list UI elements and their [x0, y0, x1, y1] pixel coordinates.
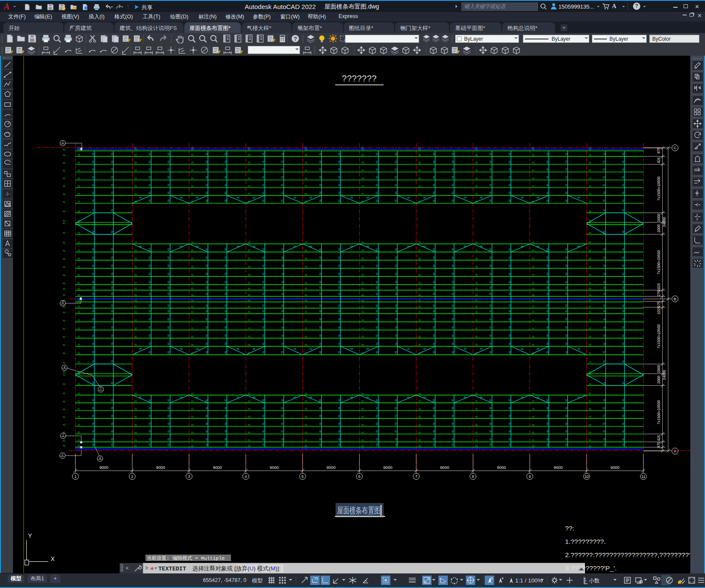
svg-text:A1: A1: [248, 424, 250, 426]
svg-text:A1: A1: [588, 282, 591, 284]
svg-text:A2: A2: [432, 273, 435, 275]
svg-text:M8: M8: [588, 147, 591, 149]
svg-text:A2: A2: [281, 176, 283, 179]
svg-text:A2: A2: [168, 342, 170, 345]
svg-text:A1: A1: [305, 294, 307, 296]
svg-text:A1: A1: [361, 185, 364, 187]
svg-text:A1: A1: [532, 177, 534, 180]
svg-text:A2: A2: [432, 256, 435, 259]
svg-text:A2: A2: [376, 256, 378, 259]
svg-text:A1: A1: [475, 148, 477, 150]
svg-text:A2: A2: [262, 273, 264, 275]
svg-text:A1: A1: [475, 300, 477, 302]
svg-text:A1: A1: [134, 432, 137, 434]
svg-text:A2: A2: [262, 286, 264, 289]
svg-text:A2: A2: [603, 310, 605, 312]
svg-text:A2: A2: [508, 326, 510, 329]
svg-text:A5: A5: [294, 197, 296, 199]
svg-text:A2: A2: [622, 443, 624, 446]
svg-text:A1: A1: [248, 336, 250, 338]
svg-text:A1: A1: [418, 288, 421, 290]
svg-text:1.?????????.: 1.?????????.: [565, 538, 606, 545]
svg-text:A2: A2: [432, 334, 435, 337]
svg-text:A2: A2: [565, 334, 567, 337]
svg-text:A1: A1: [588, 344, 591, 346]
svg-text:A2: A2: [224, 310, 226, 312]
svg-text:9000: 9000: [156, 465, 165, 470]
svg-text:A2: A2: [622, 381, 624, 384]
svg-text:A2: A2: [168, 438, 170, 441]
svg-text:A2: A2: [432, 264, 435, 267]
svg-text:A2: A2: [489, 334, 492, 337]
svg-text:A2: A2: [149, 334, 151, 337]
svg-text:A2: A2: [92, 264, 94, 267]
svg-text:A1: A1: [588, 266, 591, 268]
svg-text:A1: A1: [191, 288, 194, 290]
svg-text:A2: A2: [224, 153, 226, 155]
svg-text:A1: A1: [248, 266, 250, 268]
svg-text:3.????: 3.????: [565, 564, 585, 572]
svg-text:A2: A2: [452, 264, 454, 267]
svg-text:A1: A1: [78, 148, 80, 150]
svg-text:A2: A2: [489, 281, 492, 283]
svg-text:A1: A1: [63, 328, 65, 330]
svg-text:A2: A2: [489, 273, 492, 275]
svg-text:A2: A2: [205, 184, 207, 186]
svg-text:A5: A5: [309, 396, 312, 399]
svg-text:A2: A2: [281, 248, 283, 251]
svg-text:A1: A1: [305, 258, 307, 260]
svg-text:A1: A1: [78, 241, 80, 243]
svg-text:A2: A2: [508, 414, 510, 417]
svg-text:7x1500=10500: 7x1500=10500: [656, 400, 660, 424]
svg-text:A2: A2: [168, 281, 170, 283]
svg-text:A1: A1: [418, 162, 421, 164]
svg-text:A2: A2: [508, 342, 510, 345]
svg-text:A2: A2: [603, 286, 605, 289]
svg-text:A1: A1: [305, 177, 307, 180]
svg-text:A1: A1: [361, 327, 364, 330]
svg-text:A2: A2: [603, 318, 605, 321]
svg-text:9000: 9000: [553, 465, 562, 470]
svg-text:A1: A1: [248, 274, 250, 276]
svg-text:A2: A2: [546, 199, 548, 202]
svg-text:A2: A2: [224, 326, 226, 329]
svg-text:A2: A2: [205, 264, 207, 267]
svg-text:A1: A1: [532, 393, 534, 395]
svg-text:A1: A1: [248, 282, 250, 284]
svg-text:M8: M8: [418, 147, 421, 149]
svg-text:A2: A2: [376, 351, 378, 354]
svg-text:A1: A1: [248, 300, 250, 302]
svg-text:A2: A2: [565, 192, 567, 194]
svg-text:A5: A5: [407, 348, 410, 350]
svg-text:A1: A1: [305, 400, 307, 402]
svg-text:A2: A2: [168, 351, 170, 354]
svg-text:A1: A1: [361, 249, 364, 252]
svg-text:A2: A2: [395, 256, 397, 259]
svg-text:A2: A2: [224, 160, 226, 163]
svg-text:A1: A1: [361, 162, 364, 164]
svg-text:A2: A2: [376, 443, 378, 446]
svg-text:A1: A1: [305, 439, 307, 441]
svg-text:A2: A2: [489, 256, 492, 259]
svg-text:A2: A2: [395, 438, 397, 441]
svg-text:A2: A2: [432, 160, 435, 163]
svg-text:A1: A1: [305, 319, 307, 321]
svg-text:A2: A2: [262, 256, 264, 259]
svg-text:A2: A2: [546, 399, 548, 402]
svg-text:A1: A1: [588, 383, 591, 385]
svg-text:A5: A5: [139, 246, 141, 248]
svg-text:A2: A2: [338, 407, 340, 409]
svg-text:A1: A1: [418, 306, 421, 308]
svg-text:A1: A1: [63, 312, 65, 314]
svg-text:A2: A2: [168, 192, 170, 194]
svg-text:A1: A1: [361, 148, 364, 150]
svg-text:选择注释对象或 [放弃(U) 模式(M)]:: 选择注释对象或 [放弃(U) 模式(M)]:: [192, 565, 280, 572]
svg-text:A1: A1: [588, 274, 591, 276]
svg-text:A1: A1: [78, 193, 80, 195]
svg-text:A2: A2: [376, 318, 378, 321]
svg-text:A2: A2: [92, 209, 94, 211]
svg-text:A5: A5: [577, 396, 580, 399]
svg-text:A5: A5: [196, 197, 198, 199]
svg-text:A5: A5: [309, 197, 312, 199]
svg-text:A2: A2: [395, 304, 397, 307]
